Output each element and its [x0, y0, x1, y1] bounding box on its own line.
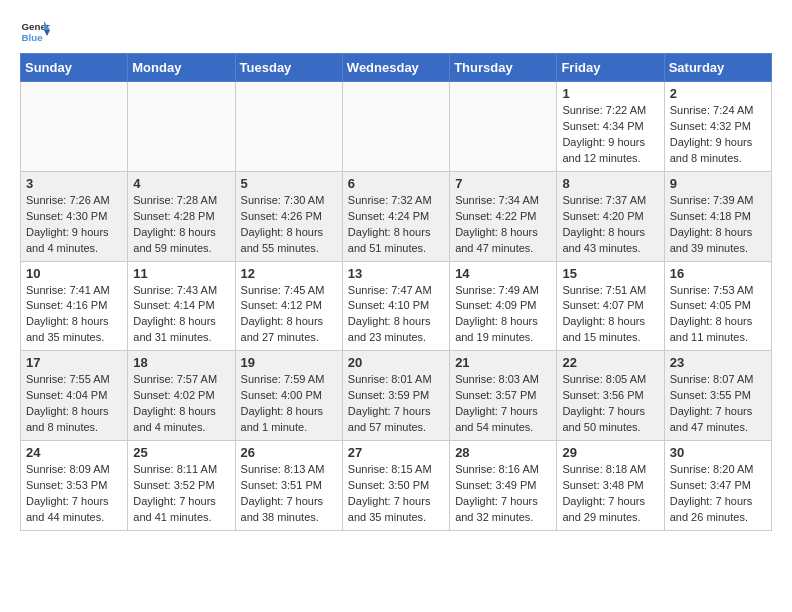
day-cell	[450, 82, 557, 172]
day-number: 20	[348, 355, 444, 370]
day-info: Sunrise: 8:16 AM Sunset: 3:49 PM Dayligh…	[455, 462, 551, 526]
day-cell: 12Sunrise: 7:45 AM Sunset: 4:12 PM Dayli…	[235, 261, 342, 351]
day-number: 29	[562, 445, 658, 460]
day-cell: 11Sunrise: 7:43 AM Sunset: 4:14 PM Dayli…	[128, 261, 235, 351]
day-info: Sunrise: 8:13 AM Sunset: 3:51 PM Dayligh…	[241, 462, 337, 526]
day-cell: 14Sunrise: 7:49 AM Sunset: 4:09 PM Dayli…	[450, 261, 557, 351]
day-number: 18	[133, 355, 229, 370]
day-cell	[342, 82, 449, 172]
week-row-3: 10Sunrise: 7:41 AM Sunset: 4:16 PM Dayli…	[21, 261, 772, 351]
day-info: Sunrise: 8:09 AM Sunset: 3:53 PM Dayligh…	[26, 462, 122, 526]
day-info: Sunrise: 7:51 AM Sunset: 4:07 PM Dayligh…	[562, 283, 658, 347]
day-cell: 23Sunrise: 8:07 AM Sunset: 3:55 PM Dayli…	[664, 351, 771, 441]
logo: General Blue	[20, 15, 54, 45]
day-number: 12	[241, 266, 337, 281]
day-number: 1	[562, 86, 658, 101]
day-cell	[235, 82, 342, 172]
day-info: Sunrise: 7:34 AM Sunset: 4:22 PM Dayligh…	[455, 193, 551, 257]
day-number: 21	[455, 355, 551, 370]
day-number: 27	[348, 445, 444, 460]
day-cell: 30Sunrise: 8:20 AM Sunset: 3:47 PM Dayli…	[664, 441, 771, 531]
day-number: 19	[241, 355, 337, 370]
day-info: Sunrise: 8:20 AM Sunset: 3:47 PM Dayligh…	[670, 462, 766, 526]
header-thursday: Thursday	[450, 54, 557, 82]
day-number: 15	[562, 266, 658, 281]
day-cell	[128, 82, 235, 172]
day-cell: 28Sunrise: 8:16 AM Sunset: 3:49 PM Dayli…	[450, 441, 557, 531]
day-info: Sunrise: 7:32 AM Sunset: 4:24 PM Dayligh…	[348, 193, 444, 257]
day-cell: 22Sunrise: 8:05 AM Sunset: 3:56 PM Dayli…	[557, 351, 664, 441]
logo-icon: General Blue	[20, 15, 50, 45]
day-number: 10	[26, 266, 122, 281]
day-info: Sunrise: 7:45 AM Sunset: 4:12 PM Dayligh…	[241, 283, 337, 347]
day-cell: 27Sunrise: 8:15 AM Sunset: 3:50 PM Dayli…	[342, 441, 449, 531]
day-info: Sunrise: 7:26 AM Sunset: 4:30 PM Dayligh…	[26, 193, 122, 257]
day-info: Sunrise: 8:03 AM Sunset: 3:57 PM Dayligh…	[455, 372, 551, 436]
day-cell: 20Sunrise: 8:01 AM Sunset: 3:59 PM Dayli…	[342, 351, 449, 441]
day-info: Sunrise: 8:05 AM Sunset: 3:56 PM Dayligh…	[562, 372, 658, 436]
day-cell: 10Sunrise: 7:41 AM Sunset: 4:16 PM Dayli…	[21, 261, 128, 351]
day-cell: 9Sunrise: 7:39 AM Sunset: 4:18 PM Daylig…	[664, 171, 771, 261]
header: General Blue	[20, 15, 772, 45]
day-number: 6	[348, 176, 444, 191]
day-number: 25	[133, 445, 229, 460]
header-saturday: Saturday	[664, 54, 771, 82]
day-number: 23	[670, 355, 766, 370]
header-row: SundayMondayTuesdayWednesdayThursdayFrid…	[21, 54, 772, 82]
day-cell: 18Sunrise: 7:57 AM Sunset: 4:02 PM Dayli…	[128, 351, 235, 441]
day-info: Sunrise: 7:37 AM Sunset: 4:20 PM Dayligh…	[562, 193, 658, 257]
day-number: 8	[562, 176, 658, 191]
day-cell: 19Sunrise: 7:59 AM Sunset: 4:00 PM Dayli…	[235, 351, 342, 441]
day-info: Sunrise: 7:53 AM Sunset: 4:05 PM Dayligh…	[670, 283, 766, 347]
day-info: Sunrise: 8:18 AM Sunset: 3:48 PM Dayligh…	[562, 462, 658, 526]
svg-text:Blue: Blue	[22, 32, 44, 43]
header-tuesday: Tuesday	[235, 54, 342, 82]
day-info: Sunrise: 7:49 AM Sunset: 4:09 PM Dayligh…	[455, 283, 551, 347]
day-number: 22	[562, 355, 658, 370]
day-number: 26	[241, 445, 337, 460]
day-cell: 2Sunrise: 7:24 AM Sunset: 4:32 PM Daylig…	[664, 82, 771, 172]
day-info: Sunrise: 7:24 AM Sunset: 4:32 PM Dayligh…	[670, 103, 766, 167]
day-info: Sunrise: 8:15 AM Sunset: 3:50 PM Dayligh…	[348, 462, 444, 526]
day-number: 7	[455, 176, 551, 191]
day-cell: 17Sunrise: 7:55 AM Sunset: 4:04 PM Dayli…	[21, 351, 128, 441]
week-row-1: 1Sunrise: 7:22 AM Sunset: 4:34 PM Daylig…	[21, 82, 772, 172]
day-info: Sunrise: 7:30 AM Sunset: 4:26 PM Dayligh…	[241, 193, 337, 257]
day-info: Sunrise: 7:57 AM Sunset: 4:02 PM Dayligh…	[133, 372, 229, 436]
day-cell: 21Sunrise: 8:03 AM Sunset: 3:57 PM Dayli…	[450, 351, 557, 441]
day-number: 11	[133, 266, 229, 281]
header-wednesday: Wednesday	[342, 54, 449, 82]
day-cell: 24Sunrise: 8:09 AM Sunset: 3:53 PM Dayli…	[21, 441, 128, 531]
header-friday: Friday	[557, 54, 664, 82]
day-cell: 13Sunrise: 7:47 AM Sunset: 4:10 PM Dayli…	[342, 261, 449, 351]
header-monday: Monday	[128, 54, 235, 82]
day-number: 14	[455, 266, 551, 281]
day-info: Sunrise: 8:07 AM Sunset: 3:55 PM Dayligh…	[670, 372, 766, 436]
day-info: Sunrise: 8:01 AM Sunset: 3:59 PM Dayligh…	[348, 372, 444, 436]
day-number: 16	[670, 266, 766, 281]
day-info: Sunrise: 7:39 AM Sunset: 4:18 PM Dayligh…	[670, 193, 766, 257]
day-cell: 3Sunrise: 7:26 AM Sunset: 4:30 PM Daylig…	[21, 171, 128, 261]
day-cell: 5Sunrise: 7:30 AM Sunset: 4:26 PM Daylig…	[235, 171, 342, 261]
day-number: 3	[26, 176, 122, 191]
day-number: 28	[455, 445, 551, 460]
calendar-table: SundayMondayTuesdayWednesdayThursdayFrid…	[20, 53, 772, 531]
day-cell: 8Sunrise: 7:37 AM Sunset: 4:20 PM Daylig…	[557, 171, 664, 261]
day-cell: 15Sunrise: 7:51 AM Sunset: 4:07 PM Dayli…	[557, 261, 664, 351]
day-cell: 1Sunrise: 7:22 AM Sunset: 4:34 PM Daylig…	[557, 82, 664, 172]
week-row-5: 24Sunrise: 8:09 AM Sunset: 3:53 PM Dayli…	[21, 441, 772, 531]
day-info: Sunrise: 7:59 AM Sunset: 4:00 PM Dayligh…	[241, 372, 337, 436]
day-number: 2	[670, 86, 766, 101]
header-sunday: Sunday	[21, 54, 128, 82]
day-cell: 16Sunrise: 7:53 AM Sunset: 4:05 PM Dayli…	[664, 261, 771, 351]
day-cell: 7Sunrise: 7:34 AM Sunset: 4:22 PM Daylig…	[450, 171, 557, 261]
day-number: 13	[348, 266, 444, 281]
day-cell: 4Sunrise: 7:28 AM Sunset: 4:28 PM Daylig…	[128, 171, 235, 261]
day-cell: 26Sunrise: 8:13 AM Sunset: 3:51 PM Dayli…	[235, 441, 342, 531]
day-info: Sunrise: 7:47 AM Sunset: 4:10 PM Dayligh…	[348, 283, 444, 347]
svg-marker-3	[44, 30, 50, 36]
day-number: 24	[26, 445, 122, 460]
day-info: Sunrise: 7:55 AM Sunset: 4:04 PM Dayligh…	[26, 372, 122, 436]
day-info: Sunrise: 8:11 AM Sunset: 3:52 PM Dayligh…	[133, 462, 229, 526]
day-info: Sunrise: 7:43 AM Sunset: 4:14 PM Dayligh…	[133, 283, 229, 347]
